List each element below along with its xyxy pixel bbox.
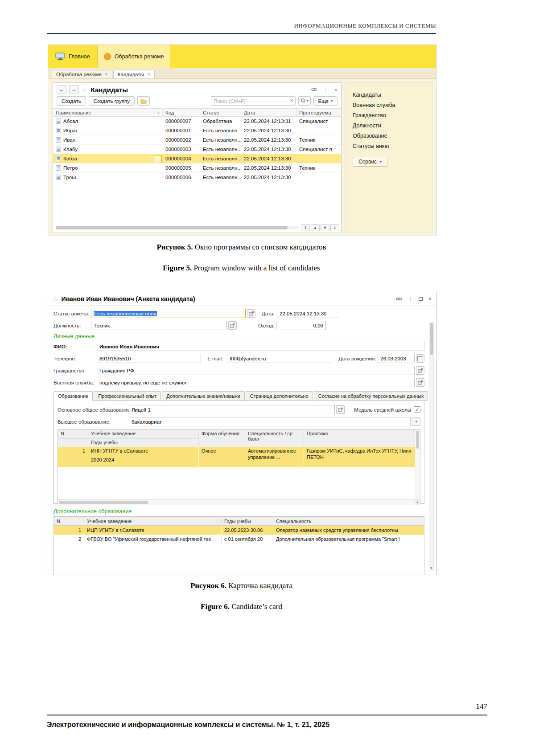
email-field[interactable]: IIIIII@yandex.ru — [227, 354, 332, 363]
sidebar-item-positions[interactable]: Должности — [346, 123, 432, 129]
app-top-panel: Главное Обработка резюме — [48, 45, 436, 68]
tab-additional-page[interactable]: Страница дополнительно — [246, 391, 313, 401]
tab-personal-data-consent[interactable]: Согласие на обработку персональных данны… — [314, 391, 428, 401]
sidebar-item-statuses[interactable]: Статусы анкет — [346, 143, 432, 149]
scrollbar-thumb[interactable] — [59, 501, 148, 504]
table-row[interactable]: Клабу 000000003 Есть незаполн... 22.05.2… — [53, 145, 341, 154]
sidebar-item-citizenship[interactable]: Гражданство — [346, 112, 432, 119]
open-military-button[interactable] — [416, 378, 424, 387]
go-top-button[interactable]: ↥ — [301, 224, 310, 231]
military-field[interactable]: подлежу призыву, но еще не служил — [97, 378, 415, 387]
sidebar-item-candidates[interactable]: Кандидаты — [346, 92, 432, 98]
favorite-star-icon[interactable]: ☆ — [53, 295, 58, 302]
education-table-header[interactable]: N Учебное заведение Годы учебы Форма обу… — [58, 430, 415, 447]
scroll-corner-icon[interactable]: ▾ — [415, 499, 420, 505]
tab-professional-experience[interactable]: Профессиональный опыт — [94, 391, 161, 401]
horizontal-scrollbar[interactable] — [56, 226, 299, 229]
choose-degree-button[interactable]: ▾ — [412, 417, 420, 426]
open-status-button[interactable] — [247, 309, 255, 318]
education-tab-panel: Основное общее образование: Лицей 1 Меда… — [54, 400, 424, 504]
go-up-button[interactable]: ▲ — [311, 224, 320, 231]
back-button[interactable]: ← — [57, 85, 66, 94]
additional-table-header[interactable]: N Учебное заведение Годы учебы Специальн… — [54, 517, 424, 526]
more-button[interactable]: Еще ▾ — [313, 96, 337, 106]
service-button[interactable]: Сервис ▾ — [353, 157, 387, 167]
cell-form: Очное — [199, 447, 245, 467]
basic-education-field[interactable]: Лицей 1 — [129, 405, 335, 414]
tab-candidates[interactable]: Кандидаты × — [113, 70, 155, 78]
create-group-button[interactable]: Создать группу — [89, 96, 135, 106]
cell-date: 22.05.2024 12:13:30 — [241, 126, 296, 135]
military-label: Военная служба: — [54, 380, 97, 385]
go-bottom-button[interactable]: ↧ — [330, 224, 339, 231]
calendar-button[interactable] — [416, 354, 424, 363]
table-horizontal-scrollbar[interactable] — [58, 499, 415, 505]
table-vertical-scrollbar[interactable] — [415, 430, 420, 499]
cell-position — [296, 126, 341, 135]
date-field[interactable]: 22.05.2024 12:13:30 — [277, 309, 339, 318]
status-field[interactable]: Есть незаполненные поля — [91, 309, 246, 318]
table-row[interactable]: Трош 000000006 Есть незаполн... 22.05.20… — [53, 173, 341, 182]
open-icon — [418, 380, 423, 385]
form-vertical-scrollbar[interactable]: ▼ — [429, 322, 434, 571]
medal-checkbox[interactable]: ✓ — [414, 406, 420, 413]
position-field[interactable]: Техник — [91, 321, 227, 330]
higher-education-field[interactable]: бакалавриат — [129, 417, 411, 426]
clear-search-icon[interactable]: × — [290, 98, 293, 104]
birthdate-field[interactable]: 26.03.2003 — [378, 354, 415, 363]
link-icon[interactable] — [396, 296, 402, 302]
phone-field[interactable]: 89191535510 — [97, 354, 201, 363]
scrollbar-thumb[interactable] — [56, 226, 288, 229]
table-row[interactable]: Петро 000000005 Есть незаполн... 22.05.2… — [53, 163, 341, 173]
close-tab-icon[interactable]: × — [105, 72, 108, 77]
close-window-icon[interactable]: × — [334, 86, 337, 93]
create-button[interactable]: Создать — [57, 96, 86, 106]
tab-additional-skills[interactable]: Дополнительные знания/навыки — [162, 391, 245, 401]
column-name: Наименование — [56, 110, 91, 115]
table-row[interactable]: Ибраг 000000001 Есть незаполн... 22.05.2… — [53, 126, 341, 135]
cell-years: 22.05.2023-30.06 — [222, 526, 273, 535]
cell-empty — [58, 456, 88, 464]
cell-code: 000000006 — [163, 173, 200, 182]
education-row[interactable]: 1 ИНН УГНТУ в г.Салавате 2020 2024 Очное… — [58, 447, 415, 467]
subsystem-tab-resume-processing[interactable]: Обработка резюме — [98, 45, 171, 68]
salary-field[interactable]: 0,00 — [276, 321, 326, 330]
forward-button[interactable]: → — [69, 85, 79, 94]
calendar-icon — [417, 356, 423, 361]
main-menu-item[interactable]: Главное — [48, 45, 98, 68]
open-citizenship-button[interactable] — [416, 366, 424, 375]
close-window-icon[interactable]: × — [428, 295, 432, 302]
additional-education-row[interactable]: 2 ФГБОУ ВО "Уфимский государственный неф… — [54, 535, 424, 544]
more-menu-icon[interactable]: ⋮ — [407, 295, 413, 302]
more-menu-icon[interactable]: ⋮ — [323, 86, 329, 93]
cell-status: Есть незаполн... — [200, 135, 241, 144]
chevron-down-icon: ▾ — [380, 160, 382, 164]
table-row[interactable]: Абсал 000000007 Обработана 22.05.2024 12… — [53, 117, 341, 126]
cell-status: Есть незаполн... — [200, 163, 241, 172]
sidebar-item-military-service[interactable]: Военная служба — [346, 102, 432, 108]
table-row[interactable]: Иван 000000002 Есть незаполн... 22.05.20… — [53, 135, 341, 145]
chevron-down-icon: ▾ — [331, 99, 333, 103]
close-tab-icon[interactable]: × — [147, 72, 150, 77]
link-icon[interactable] — [311, 86, 317, 93]
salary-value: 0,00 — [313, 323, 323, 328]
open-school-button[interactable] — [336, 405, 345, 414]
fio-field[interactable]: Иванов Иван Иванович — [97, 342, 424, 351]
favorite-star-icon[interactable]: ☆ — [82, 86, 87, 93]
table-row-selected[interactable]: Кобза 000000004 Есть незаполн... 22.05.2… — [53, 154, 341, 163]
tab-education[interactable]: Образование — [54, 391, 93, 401]
list-settings-button[interactable] — [137, 96, 150, 106]
restore-window-icon[interactable] — [419, 297, 423, 301]
tab-resume-processing[interactable]: Обработка резюме × — [52, 70, 112, 78]
search-button[interactable]: ▾ — [298, 96, 311, 106]
scrollbar-thumb[interactable] — [416, 431, 419, 449]
scroll-down-icon[interactable]: ▼ — [429, 566, 433, 570]
scrollbar-thumb[interactable] — [430, 323, 433, 355]
additional-education-row[interactable]: 1 ИЦП УГНТУ в г.Салавате 22.05.2023-30.0… — [54, 526, 424, 535]
citizenship-field[interactable]: Гражданин РФ — [97, 366, 415, 375]
go-down-button[interactable]: ▼ — [321, 224, 329, 231]
sidebar-item-education[interactable]: Образование — [346, 133, 432, 139]
table-header[interactable]: Наименование↓ Код Статус Дата Претендуем… — [53, 108, 341, 117]
choose-position-button[interactable] — [228, 321, 237, 330]
search-input[interactable] — [211, 96, 296, 106]
